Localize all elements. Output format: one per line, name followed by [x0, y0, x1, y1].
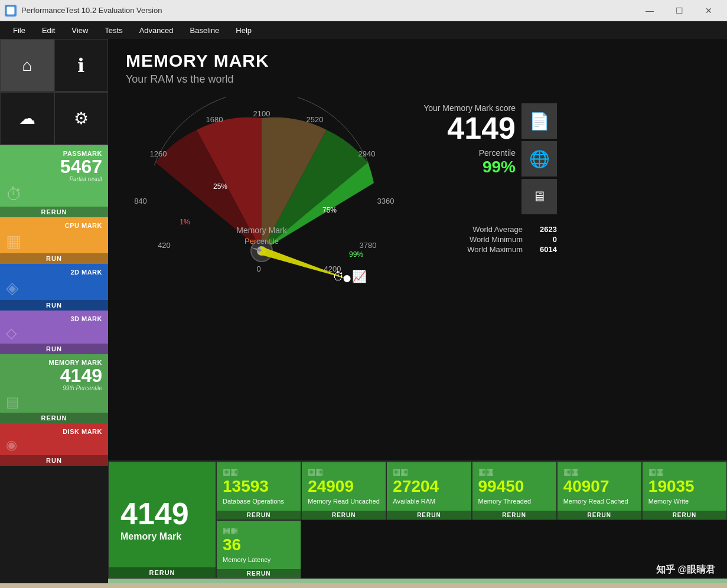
mem-read-unc-rerun[interactable]: RERUN [302, 511, 386, 520]
watermark: 知乎 @眼睛君 [656, 564, 715, 576]
mem-latency-tile[interactable]: ▦▦ 36 Memory Latency RERUN [216, 520, 301, 579]
main-memory-tile[interactable]: 4149 Memory Mark RERUN [108, 462, 216, 579]
main-layout: ℹ PASSMARK 5467 Partial result ⏱ RERUN C… [0, 39, 727, 583]
sidebar: ℹ PASSMARK 5467 Partial result ⏱ RERUN C… [0, 39, 108, 583]
menu-tests[interactable]: Tests [96, 21, 131, 39]
cpu-run[interactable]: RUN [0, 253, 108, 264]
twod-card[interactable]: 2D MARK ◈ RUN [0, 264, 108, 311]
home-button[interactable] [0, 39, 54, 92]
mem-write-icon: ▦▦ [648, 467, 721, 476]
world-avg-row: World Average 2623 [415, 225, 557, 234]
menu-baseline[interactable]: Baseline [181, 21, 227, 39]
threed-run[interactable]: RUN [0, 344, 108, 354]
world-avg-label: World Average [472, 225, 523, 234]
mem-read-cached-score: 40907 [563, 478, 635, 496]
menu-file[interactable]: File [5, 21, 34, 39]
threed-card[interactable]: 3D MARK ◇ RUN [0, 311, 108, 354]
disk-card[interactable]: DISK MARK ◉ RUN [0, 423, 108, 466]
svg-rect-0 [7, 6, 15, 14]
mem-read-unc-tile[interactable]: ▦▦ 24909 Memory Read Uncached RERUN [301, 462, 386, 520]
cpu-title: CPU MARK [6, 222, 102, 229]
mem-threaded-label: Memory Threaded [478, 497, 550, 505]
sidebar-second-icons [0, 92, 108, 145]
svg-text:Memory Mark: Memory Mark [236, 226, 288, 235]
world-min-row: World Minimum 0 [415, 235, 557, 244]
menu-advanced[interactable]: Advanced [131, 21, 182, 39]
avail-ram-tile[interactable]: ▦▦ 27204 Available RAM RERUN [386, 462, 471, 520]
cloud-button[interactable] [0, 92, 54, 145]
mem-threaded-rerun[interactable]: RERUN [472, 511, 556, 520]
world-max-value: 6014 [527, 245, 557, 254]
minimize-button[interactable]: — [636, 0, 663, 21]
info-icon: ℹ [77, 54, 84, 77]
globe-button[interactable]: 🌐 [521, 141, 557, 177]
passmark-score: 5467 [6, 157, 102, 176]
memory-score: 4149 [6, 366, 102, 385]
svg-text:0: 0 [256, 264, 260, 273]
svg-text:2520: 2520 [307, 115, 324, 124]
world-min-label: World Minimum [470, 235, 523, 244]
main-tile-rerun[interactable]: RERUN [109, 567, 216, 578]
svg-text:75%: 75% [322, 206, 337, 214]
passmark-sub: Partial result [6, 176, 102, 182]
db-ops-rerun[interactable]: RERUN [217, 511, 301, 520]
title-bar: PerformanceTest 10.2 Evaluation Version … [0, 0, 727, 21]
mem-write-tile[interactable]: ▦▦ 19035 Memory Write RERUN [642, 462, 727, 520]
mem-read-cached-tile[interactable]: ▦▦ 40907 Memory Read Cached RERUN [557, 462, 642, 520]
twod-title: 2D MARK [6, 269, 102, 276]
gauge-svg: 0 420 840 1260 1680 2100 2520 2940 3360 … [120, 97, 403, 286]
gauge-area: 0 420 840 1260 1680 2100 2520 2940 3360 … [108, 92, 727, 460]
db-ops-tile[interactable]: ▦▦ 13593 Database Operations RERUN [216, 462, 301, 520]
avail-ram-rerun[interactable]: RERUN [387, 511, 471, 520]
menu-edit[interactable]: Edit [34, 21, 63, 39]
svg-text:2940: 2940 [358, 149, 376, 158]
menu-bar: File Edit View Tests Advanced Baseline H… [0, 21, 727, 39]
svg-text:25%: 25% [213, 182, 227, 191]
percentile-value: 99% [415, 158, 516, 177]
menu-help[interactable]: Help [227, 21, 260, 39]
mem-threaded-tile[interactable]: ▦▦ 99450 Memory Threaded RERUN [472, 462, 557, 520]
svg-text:3780: 3780 [360, 241, 377, 250]
svg-text:420: 420 [158, 241, 171, 250]
memory-rerun[interactable]: RERUN [0, 413, 108, 423]
disk-run[interactable]: RUN [0, 455, 108, 466]
mem-read-cached-label: Memory Read Cached [563, 497, 635, 505]
app-icon [5, 5, 17, 17]
content-area: MEMORY MARK Your RAM vs the world [108, 39, 727, 583]
svg-text:⏱: ⏱ [332, 270, 344, 283]
db-ops-label: Database Operations [223, 497, 295, 505]
mem-latency-rerun[interactable]: RERUN [217, 569, 301, 578]
close-button[interactable]: ✕ [695, 0, 722, 21]
cpu-icon: ▦ [6, 229, 102, 253]
disk-title: DISK MARK [6, 428, 102, 435]
memory-mark-score: 4149 [415, 113, 516, 143]
mem-threaded-icon: ▦▦ [478, 467, 550, 476]
passmark-icon: ⏱ [6, 182, 102, 207]
window-controls: — ☐ ✕ [636, 0, 722, 21]
monitor-icon: 🖥 [532, 188, 546, 205]
passmark-card[interactable]: PASSMARK 5467 Partial result ⏱ RERUN [0, 145, 108, 217]
mem-read-cached-icon: ▦▦ [563, 467, 635, 476]
title-bar-text: PerformanceTest 10.2 Evaluation Version [21, 6, 636, 15]
memory-card[interactable]: MEMORY MARK 4149 99th Percentile ▤ RERUN [0, 354, 108, 423]
report-button[interactable]: 📄 [521, 103, 557, 139]
world-max-row: World Maximum 6014 [415, 245, 557, 254]
maximize-button[interactable]: ☐ [666, 0, 693, 21]
twod-run[interactable]: RUN [0, 300, 108, 311]
info-button[interactable]: ℹ [54, 39, 109, 92]
mem-write-rerun[interactable]: RERUN [643, 511, 726, 520]
monitor-button[interactable]: 🖥 [521, 179, 557, 214]
mem-read-cached-rerun[interactable]: RERUN [558, 511, 641, 520]
memory-icon: ▤ [6, 391, 102, 413]
avail-ram-score: 27204 [393, 478, 465, 496]
main-tile-score: 4149 [120, 498, 204, 529]
menu-view[interactable]: View [63, 21, 96, 39]
mem-threaded-score: 99450 [478, 478, 550, 496]
settings-button[interactable] [54, 92, 109, 145]
mem-latency-score: 36 [223, 536, 295, 554]
passmark-rerun[interactable]: RERUN [0, 207, 108, 217]
world-max-label: World Maximum [467, 245, 523, 254]
svg-text:99%: 99% [349, 250, 363, 259]
avail-ram-label: Available RAM [393, 497, 465, 505]
cpu-card[interactable]: CPU MARK ▦ RUN [0, 217, 108, 264]
